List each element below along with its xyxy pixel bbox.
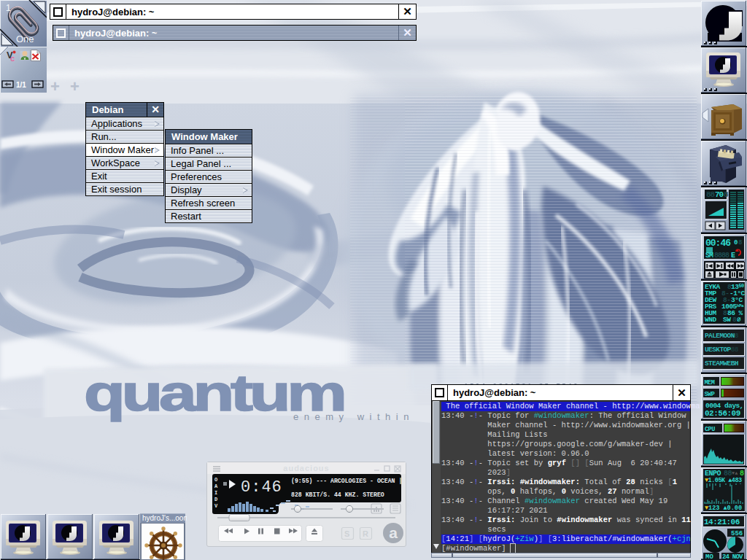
svg-text:02:56:09: 02:56:09: [705, 409, 740, 418]
svg-text:8: 8: [738, 239, 742, 246]
svg-text:0: 0: [734, 239, 738, 246]
svg-text:I: I: [214, 490, 217, 496]
svg-text:1/1: 1/1: [16, 81, 26, 89]
svg-text:14:21:06: 14:21:06: [704, 518, 740, 526]
svg-text:enemy within: enemy within: [293, 411, 414, 422]
svg-text:a: a: [389, 524, 398, 541]
svg-text:(9:55) --- ARCOLOGIES - OCEAN: (9:55) --- ARCOLOGIES - OCEAN |: [291, 478, 402, 484]
svg-text:MEM: MEM: [705, 379, 715, 386]
svg-text:One: One: [16, 34, 34, 44]
svg-text:SW: SW: [723, 316, 731, 324]
svg-text:▼1.05K ▲483: ▼1.05K ▲483: [705, 477, 742, 484]
svg-text:S: S: [344, 529, 349, 538]
svg-text:▼123 ▲0.00: ▼123 ▲0.00: [705, 505, 742, 512]
svg-text:70: 70: [715, 190, 724, 199]
svg-text:SM: SM: [705, 252, 713, 260]
svg-text:828 KBIT/S. 44 KHZ. STEREO: 828 KBIT/S. 44 KHZ. STEREO: [291, 491, 384, 498]
svg-text:hydroJ's...oon: hydroJ's...oon: [142, 514, 187, 522]
svg-text:R: R: [363, 529, 368, 538]
svg-text:c: c: [10, 54, 15, 63]
svg-text:SWP: SWP: [705, 391, 715, 398]
svg-text:O: O: [214, 477, 217, 483]
svg-text:8: 8: [724, 190, 729, 199]
svg-text:audacious: audacious: [283, 464, 329, 472]
svg-text:UESKTOP88: UESKTOP88: [705, 346, 739, 354]
svg-text:▼▲: ▼▲: [732, 470, 738, 476]
svg-text:MO: MO: [705, 553, 713, 560]
svg-text:1: 1: [6, 3, 11, 13]
svg-text:D: D: [214, 497, 217, 502]
svg-text:556: 556: [731, 530, 743, 537]
svg-text:WND: WND: [705, 316, 716, 324]
svg-text:0:46: 0:46: [241, 478, 282, 497]
svg-text:∅: ∅: [737, 316, 741, 324]
svg-text:STEAMWEBH: STEAMWEBH: [705, 359, 739, 368]
svg-text:88: 88: [706, 190, 716, 199]
svg-text:24 NOV: 24 NOV: [722, 553, 743, 560]
svg-text:00:46: 00:46: [705, 238, 731, 249]
svg-text:CPU: CPU: [705, 426, 715, 433]
svg-text:PALEMOON8: PALEMOON8: [705, 332, 739, 340]
svg-text:8888: 8888: [714, 252, 729, 260]
